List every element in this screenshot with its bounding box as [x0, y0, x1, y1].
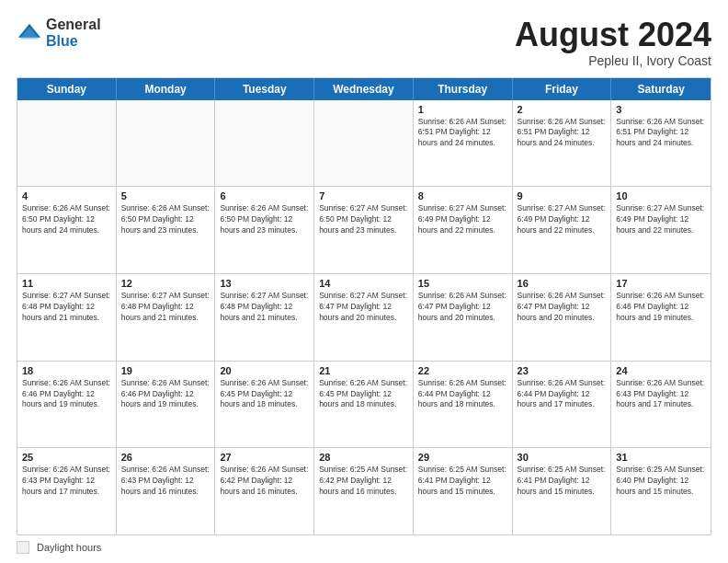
calendar-cell: 8Sunrise: 6:27 AM Sunset: 6:49 PM Daylig… — [414, 187, 513, 273]
day-number: 14 — [319, 278, 408, 289]
day-info: Sunrise: 6:25 AM Sunset: 6:40 PM Dayligh… — [616, 465, 706, 498]
day-number: 6 — [220, 190, 309, 201]
calendar-body: 1Sunrise: 6:26 AM Sunset: 6:51 PM Daylig… — [17, 100, 711, 534]
calendar-cell: 10Sunrise: 6:27 AM Sunset: 6:49 PM Dayli… — [611, 187, 711, 273]
day-number: 30 — [518, 452, 607, 463]
day-info: Sunrise: 6:27 AM Sunset: 6:48 PM Dayligh… — [121, 291, 210, 324]
day-of-week-header: Wednesday — [314, 78, 414, 100]
calendar-cell — [215, 100, 314, 187]
day-info: Sunrise: 6:26 AM Sunset: 6:43 PM Dayligh… — [121, 465, 210, 498]
day-number: 2 — [518, 104, 607, 115]
day-info: Sunrise: 6:26 AM Sunset: 6:43 PM Dayligh… — [616, 378, 706, 411]
day-info: Sunrise: 6:26 AM Sunset: 6:47 PM Dayligh… — [418, 291, 507, 324]
day-number: 25 — [22, 452, 111, 463]
calendar-cell: 25Sunrise: 6:26 AM Sunset: 6:43 PM Dayli… — [17, 448, 117, 534]
day-number: 19 — [121, 365, 210, 376]
day-number: 13 — [220, 278, 309, 289]
day-info: Sunrise: 6:26 AM Sunset: 6:44 PM Dayligh… — [518, 378, 607, 411]
daylight-box — [17, 541, 29, 554]
day-number: 4 — [22, 190, 111, 201]
day-info: Sunrise: 6:26 AM Sunset: 6:45 PM Dayligh… — [319, 378, 408, 411]
calendar-cell: 11Sunrise: 6:27 AM Sunset: 6:48 PM Dayli… — [17, 274, 117, 361]
day-of-week-header: Monday — [117, 78, 216, 100]
calendar-cell: 12Sunrise: 6:27 AM Sunset: 6:48 PM Dayli… — [117, 274, 216, 361]
logo: General Blue — [17, 17, 101, 49]
calendar-cell: 22Sunrise: 6:26 AM Sunset: 6:44 PM Dayli… — [414, 362, 513, 448]
calendar-cell: 18Sunrise: 6:26 AM Sunset: 6:46 PM Dayli… — [17, 362, 117, 448]
day-info: Sunrise: 6:26 AM Sunset: 6:45 PM Dayligh… — [220, 378, 309, 411]
calendar-week: 25Sunrise: 6:26 AM Sunset: 6:43 PM Dayli… — [17, 448, 711, 534]
day-number: 20 — [220, 365, 309, 376]
day-number: 28 — [319, 452, 408, 463]
day-info: Sunrise: 6:25 AM Sunset: 6:41 PM Dayligh… — [518, 465, 607, 498]
calendar-cell: 21Sunrise: 6:26 AM Sunset: 6:45 PM Dayli… — [314, 362, 414, 448]
day-info: Sunrise: 6:26 AM Sunset: 6:47 PM Dayligh… — [518, 291, 607, 324]
calendar-week: 1Sunrise: 6:26 AM Sunset: 6:51 PM Daylig… — [17, 100, 711, 188]
day-info: Sunrise: 6:25 AM Sunset: 6:42 PM Dayligh… — [319, 465, 408, 498]
day-of-week-header: Saturday — [611, 78, 711, 100]
day-info: Sunrise: 6:27 AM Sunset: 6:49 PM Dayligh… — [518, 203, 607, 236]
calendar-cell: 24Sunrise: 6:26 AM Sunset: 6:43 PM Dayli… — [611, 362, 711, 448]
day-number: 22 — [418, 365, 507, 376]
calendar-cell: 19Sunrise: 6:26 AM Sunset: 6:46 PM Dayli… — [117, 362, 216, 448]
title-block: August 2024 Pepleu II, Ivory Coast — [515, 17, 711, 68]
day-info: Sunrise: 6:27 AM Sunset: 6:49 PM Dayligh… — [616, 203, 706, 236]
day-number: 18 — [22, 365, 111, 376]
day-of-week-header: Sunday — [17, 78, 117, 100]
logo-icon — [17, 20, 42, 46]
day-number: 16 — [518, 278, 607, 289]
day-info: Sunrise: 6:26 AM Sunset: 6:51 PM Dayligh… — [616, 117, 706, 150]
day-info: Sunrise: 6:26 AM Sunset: 6:50 PM Dayligh… — [121, 203, 210, 236]
day-of-week-header: Friday — [513, 78, 612, 100]
calendar-week: 11Sunrise: 6:27 AM Sunset: 6:48 PM Dayli… — [17, 274, 711, 362]
day-number: 27 — [220, 452, 309, 463]
day-of-week-header: Thursday — [414, 78, 513, 100]
day-info: Sunrise: 6:26 AM Sunset: 6:42 PM Dayligh… — [220, 465, 309, 498]
footer: Daylight hours — [17, 535, 711, 554]
day-number: 8 — [418, 190, 507, 201]
calendar-week: 4Sunrise: 6:26 AM Sunset: 6:50 PM Daylig… — [17, 187, 711, 274]
calendar-header-row: SundayMondayTuesdayWednesdayThursdayFrid… — [17, 78, 711, 100]
day-number: 5 — [121, 190, 210, 201]
calendar-cell: 31Sunrise: 6:25 AM Sunset: 6:40 PM Dayli… — [611, 448, 711, 534]
day-number: 21 — [319, 365, 408, 376]
calendar-cell: 7Sunrise: 6:27 AM Sunset: 6:50 PM Daylig… — [314, 187, 414, 273]
day-info: Sunrise: 6:26 AM Sunset: 6:51 PM Dayligh… — [518, 117, 607, 150]
calendar-cell: 17Sunrise: 6:26 AM Sunset: 6:46 PM Dayli… — [611, 274, 711, 361]
calendar-cell: 20Sunrise: 6:26 AM Sunset: 6:45 PM Dayli… — [215, 362, 314, 448]
calendar-cell: 14Sunrise: 6:27 AM Sunset: 6:47 PM Dayli… — [314, 274, 414, 361]
day-number: 7 — [319, 190, 408, 201]
day-number: 26 — [121, 452, 210, 463]
day-info: Sunrise: 6:27 AM Sunset: 6:47 PM Dayligh… — [319, 291, 408, 324]
day-info: Sunrise: 6:27 AM Sunset: 6:49 PM Dayligh… — [418, 203, 507, 236]
page: General Blue August 2024 Pepleu II, Ivor… — [0, 0, 728, 563]
calendar-cell — [314, 100, 414, 187]
day-number: 3 — [616, 104, 706, 115]
calendar: SundayMondayTuesdayWednesdayThursdayFrid… — [17, 77, 711, 535]
calendar-cell: 16Sunrise: 6:26 AM Sunset: 6:47 PM Dayli… — [513, 274, 612, 361]
main-title: August 2024 — [515, 17, 711, 53]
day-info: Sunrise: 6:26 AM Sunset: 6:51 PM Dayligh… — [418, 117, 507, 150]
day-info: Sunrise: 6:26 AM Sunset: 6:46 PM Dayligh… — [121, 378, 210, 411]
day-number: 31 — [616, 452, 706, 463]
day-number: 23 — [518, 365, 607, 376]
day-number: 11 — [22, 278, 111, 289]
day-info: Sunrise: 6:25 AM Sunset: 6:41 PM Dayligh… — [418, 465, 507, 498]
calendar-cell: 29Sunrise: 6:25 AM Sunset: 6:41 PM Dayli… — [414, 448, 513, 534]
calendar-cell: 3Sunrise: 6:26 AM Sunset: 6:51 PM Daylig… — [611, 100, 711, 187]
calendar-cell: 13Sunrise: 6:27 AM Sunset: 6:48 PM Dayli… — [215, 274, 314, 361]
calendar-cell: 28Sunrise: 6:25 AM Sunset: 6:42 PM Dayli… — [314, 448, 414, 534]
day-number: 10 — [616, 190, 706, 201]
logo-text: General Blue — [46, 17, 101, 49]
calendar-cell: 27Sunrise: 6:26 AM Sunset: 6:42 PM Dayli… — [215, 448, 314, 534]
day-info: Sunrise: 6:26 AM Sunset: 6:50 PM Dayligh… — [220, 203, 309, 236]
day-info: Sunrise: 6:26 AM Sunset: 6:46 PM Dayligh… — [616, 291, 706, 324]
calendar-cell: 23Sunrise: 6:26 AM Sunset: 6:44 PM Dayli… — [513, 362, 612, 448]
calendar-cell: 30Sunrise: 6:25 AM Sunset: 6:41 PM Dayli… — [513, 448, 612, 534]
day-number: 29 — [418, 452, 507, 463]
calendar-cell: 9Sunrise: 6:27 AM Sunset: 6:49 PM Daylig… — [513, 187, 612, 273]
day-info: Sunrise: 6:27 AM Sunset: 6:48 PM Dayligh… — [22, 291, 111, 324]
daylight-label: Daylight hours — [37, 542, 101, 553]
calendar-cell: 4Sunrise: 6:26 AM Sunset: 6:50 PM Daylig… — [17, 187, 117, 273]
day-number: 24 — [616, 365, 706, 376]
